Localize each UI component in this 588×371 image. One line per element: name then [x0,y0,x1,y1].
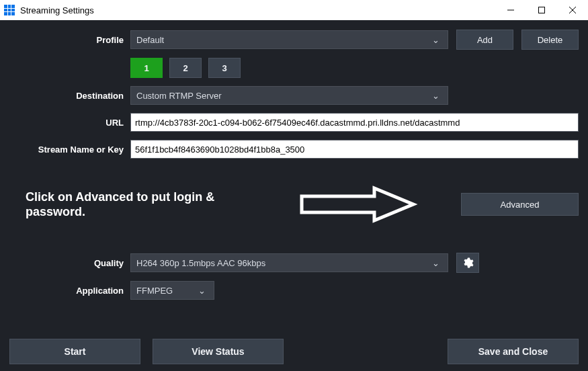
tab-2[interactable]: 2 [169,58,202,78]
streamkey-input[interactable]: 56f1f1bcb4f8463690b1028bd4f1bb8a_3500 [130,140,579,159]
chevron-down-icon: ⌄ [429,258,442,268]
application-label: Application [9,286,130,296]
chevron-down-icon: ⌄ [195,286,208,296]
minimize-button[interactable] [495,0,526,20]
chevron-down-icon: ⌄ [429,91,442,101]
application-value: FFMPEG [136,286,173,296]
streamkey-label: Stream Name or Key [9,145,130,155]
maximize-icon [538,7,545,13]
quality-select[interactable]: H264 360p 1.5mbps AAC 96kbps ⌄ [130,253,448,272]
save-and-close-button[interactable]: Save and Close [448,339,579,364]
quality-settings-button[interactable] [456,253,479,273]
tab-1[interactable]: 1 [130,58,163,78]
annotation-text: Click on Advanced to put login & passwor… [26,190,254,220]
start-button[interactable]: Start [9,339,140,364]
profile-value: Default [136,35,164,45]
destination-value: Custom RTMP Server [136,91,222,101]
chevron-down-icon: ⌄ [429,35,442,45]
close-button[interactable] [557,0,588,20]
gear-icon [462,257,474,269]
svg-rect-1 [539,7,545,13]
destination-select[interactable]: Custom RTMP Server ⌄ [130,86,448,105]
app-icon [4,5,15,15]
delete-button[interactable]: Delete [521,30,579,50]
quality-value: H264 360p 1.5mbps AAC 96kbps [136,258,265,268]
application-select[interactable]: FFMPEG ⌄ [130,281,214,300]
window-title: Streaming Settings [20,5,94,15]
destination-label: Destination [9,91,130,101]
quality-label: Quality [9,258,130,268]
tab-3[interactable]: 3 [208,58,241,78]
minimize-icon [507,7,514,13]
arrow-icon [294,186,421,223]
close-icon [569,7,576,13]
url-label: URL [9,118,130,128]
advanced-button[interactable]: Advanced [461,193,579,216]
add-button[interactable]: Add [456,30,513,50]
view-status-button[interactable]: View Status [153,339,284,364]
titlebar: Streaming Settings [0,0,588,20]
url-input[interactable]: rtmp://4cb3783f-20c1-c094-b062-6f75409ec… [130,113,579,132]
profile-label: Profile [9,35,130,45]
maximize-button[interactable] [526,0,557,20]
profile-select[interactable]: Default ⌄ [130,30,448,49]
